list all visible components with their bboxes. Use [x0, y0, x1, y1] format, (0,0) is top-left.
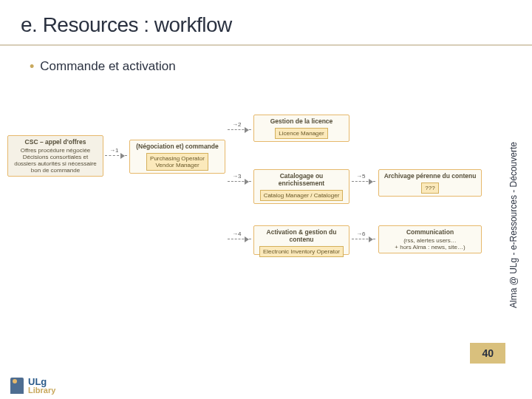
workflow-diagram: CSC – appel d'offres Offres procédure né… [7, 115, 495, 329]
node-commande: (Négociation et) commande Purchasing Ope… [129, 140, 225, 174]
logo-line2: Library [28, 386, 55, 395]
footer-logo: ULg Library [10, 377, 55, 395]
node-communication-body: (rss, alertes users… + hors Alma : news,… [382, 237, 478, 250]
node-csc: CSC – appel d'offres Offres procédure né… [7, 135, 103, 177]
page-number-badge: 40 [470, 343, 505, 364]
arrow-2: →2 [228, 129, 251, 130]
node-catalog-role: Catalog Manager / Cataloger [260, 190, 344, 201]
node-catalog: Catalogage ou enrichissement Catalog Man… [253, 169, 349, 204]
node-licence: Gestion de la licence Licence Manager [253, 115, 349, 142]
bullet-list: • Commande et activation [0, 46, 532, 81]
node-archivage-title: Archivage pérenne du contenu [382, 172, 478, 180]
logo-text: ULg Library [28, 377, 55, 395]
bullet-text: Commande et activation [40, 59, 175, 74]
node-communication-title: Communication [382, 228, 478, 236]
node-licence-title: Gestion de la licence [257, 117, 346, 125]
node-archivage: Archivage pérenne du contenu ??? [378, 169, 482, 197]
node-activation: Activation & gestion du contenu Electron… [253, 225, 349, 255]
logo-icon [10, 378, 24, 394]
arrow-6: →6 [352, 239, 375, 239]
page-title: e. Resources : workflow [21, 13, 511, 37]
arrow-3: →3 [228, 181, 251, 182]
arrow-5: →5 [352, 181, 375, 182]
node-communication: Communication (rss, alertes users… + hor… [378, 225, 482, 253]
node-catalog-title: Catalogage ou enrichissement [257, 172, 346, 187]
node-activation-title: Activation & gestion du contenu [257, 228, 346, 243]
arrow-1: →1 [105, 155, 127, 156]
bullet-item: • Commande et activation [30, 59, 502, 74]
sidebar-caption: Alma @ ULg - e-Ressources - Découverte [508, 122, 523, 329]
node-csc-body: Offres procédure négociée Décisions cons… [11, 147, 100, 174]
node-csc-title: CSC – appel d'offres [11, 138, 100, 146]
arrow-4: →4 [228, 239, 251, 239]
node-commande-title: (Négociation et) commande [133, 143, 222, 150]
node-licence-role: Licence Manager [275, 128, 327, 139]
title-bar: e. Resources : workflow [0, 0, 532, 46]
node-activation-role: Electronic Inventory Operator [259, 246, 344, 257]
node-archivage-role: ??? [421, 183, 438, 194]
node-commande-role: Purchasing Operator Vendor Manager [146, 153, 208, 171]
bullet-icon: • [30, 60, 34, 73]
